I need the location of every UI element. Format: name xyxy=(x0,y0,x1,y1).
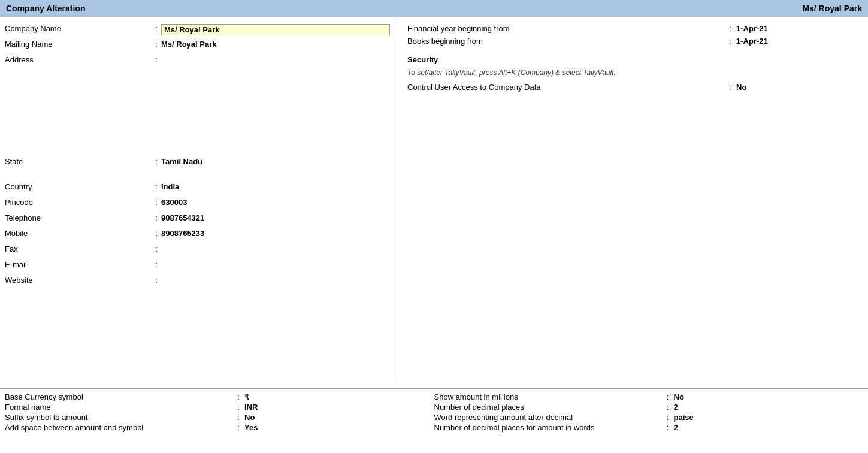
security-section: Security To set/alter TallyVault, press … xyxy=(407,55,856,92)
mobile-label: Mobile xyxy=(5,229,152,238)
country-value: India xyxy=(161,182,390,191)
header-right-title: Ms/ Royal Park xyxy=(802,4,862,13)
website-row: Website : xyxy=(5,276,390,289)
footer-decimal-places-label: Number of decimal places xyxy=(434,403,662,412)
footer-decimal-places-words-row: Number of decimal places for amount in w… xyxy=(434,423,864,432)
security-title: Security xyxy=(407,55,856,64)
pincode-value: 630003 xyxy=(161,198,390,207)
main-content: Company Name : Ms/ Royal Park Mailing Na… xyxy=(0,17,868,388)
footer-suffix-symbol-value: No xyxy=(244,413,255,422)
footer-formal-name-label: Formal name xyxy=(5,403,232,412)
footer-suffix-symbol-label: Suffix symbol to amount xyxy=(5,413,232,422)
financial-year-value: 1-Apr-21 xyxy=(736,24,856,33)
footer-bar: Base Currency symbol : ₹ Formal name : I… xyxy=(0,388,868,437)
company-name-label: Company Name xyxy=(5,24,152,33)
state-value: Tamil Nadu xyxy=(161,157,390,166)
mailing-name-label: Mailing Name xyxy=(5,40,152,49)
mobile-row: Mobile : 8908765233 xyxy=(5,229,390,242)
header-bar: Company Alteration Ms/ Royal Park xyxy=(0,0,868,17)
footer-currency-symbol-value: ₹ xyxy=(244,392,249,401)
footer-content: Base Currency symbol : ₹ Formal name : I… xyxy=(5,392,863,433)
control-user-access-label: Control User Access to Company Data xyxy=(407,83,724,92)
footer-word-representing-value: paise xyxy=(674,413,694,422)
footer-left: Base Currency symbol : ₹ Formal name : I… xyxy=(5,392,434,433)
telephone-row: Telephone : 9087654321 xyxy=(5,213,390,226)
footer-currency-symbol-label: Base Currency symbol xyxy=(5,392,232,401)
address-colon: : xyxy=(152,55,161,64)
mobile-colon: : xyxy=(152,229,161,238)
address-row: Address : xyxy=(5,55,390,68)
footer-currency-symbol-row: Base Currency symbol : ₹ xyxy=(5,392,434,401)
email-label: E-mail xyxy=(5,260,152,269)
fax-colon: : xyxy=(152,244,161,253)
footer-show-millions-value: No xyxy=(674,392,684,401)
address-label: Address xyxy=(5,55,152,64)
footer-word-representing-label: Word representing amount after decimal xyxy=(434,413,662,422)
company-name-colon: : xyxy=(152,24,161,33)
control-user-access-value: No xyxy=(736,83,856,92)
company-name-value[interactable]: Ms/ Royal Park xyxy=(161,24,390,35)
financial-year-label: Financial year beginning from xyxy=(407,24,724,33)
footer-add-space-label: Add space between amount and symbol xyxy=(5,423,232,432)
fax-label: Fax xyxy=(5,244,152,253)
right-panel: Financial year beginning from : 1-Apr-21… xyxy=(395,22,868,383)
security-note: To set/alter TallyVault, press Alt+K (Co… xyxy=(407,68,856,78)
footer-decimal-places-words-label: Number of decimal places for amount in w… xyxy=(434,423,662,432)
telephone-label: Telephone xyxy=(5,213,152,222)
left-panel: Company Name : Ms/ Royal Park Mailing Na… xyxy=(0,22,395,383)
footer-show-millions-row: Show amount in millions : No xyxy=(434,392,864,401)
pincode-label: Pincode xyxy=(5,198,152,207)
books-beginning-row: Books beginning from : 1-Apr-21 xyxy=(407,37,856,46)
financial-year-colon: : xyxy=(724,24,736,33)
pincode-row: Pincode : 630003 xyxy=(5,198,390,211)
footer-formal-name-value: INR xyxy=(244,403,258,412)
pincode-colon: : xyxy=(152,198,161,207)
email-row: E-mail : xyxy=(5,260,390,273)
books-beginning-colon: : xyxy=(724,37,736,46)
footer-add-space-row: Add space between amount and symbol : Ye… xyxy=(5,423,434,432)
mailing-name-row: Mailing Name : Ms/ Royal Park xyxy=(5,40,390,53)
footer-word-representing-row: Word representing amount after decimal :… xyxy=(434,413,864,422)
control-user-access-row: Control User Access to Company Data : No xyxy=(407,83,856,92)
books-beginning-label: Books beginning from xyxy=(407,37,724,46)
state-label: State xyxy=(5,157,152,166)
email-colon: : xyxy=(152,260,161,269)
telephone-value: 9087654321 xyxy=(161,213,390,222)
header-left-title: Company Alteration xyxy=(6,4,86,13)
footer-add-space-value: Yes xyxy=(244,423,258,432)
state-row: State : Tamil Nadu xyxy=(5,157,390,170)
books-beginning-value: 1-Apr-21 xyxy=(736,37,856,46)
footer-decimal-places-value: 2 xyxy=(674,403,678,412)
website-label: Website xyxy=(5,276,152,285)
control-user-access-colon: : xyxy=(724,83,736,92)
country-label: Country xyxy=(5,182,152,191)
financial-year-row: Financial year beginning from : 1-Apr-21 xyxy=(407,24,856,33)
footer-decimal-places-words-value: 2 xyxy=(674,423,678,432)
mailing-name-value: Ms/ Royal Park xyxy=(161,40,390,49)
country-colon: : xyxy=(152,182,161,191)
mailing-name-colon: : xyxy=(152,40,161,49)
mobile-value: 8908765233 xyxy=(161,229,390,238)
fax-row: Fax : xyxy=(5,244,390,258)
footer-show-millions-label: Show amount in millions xyxy=(434,392,662,401)
footer-decimal-places-row: Number of decimal places : 2 xyxy=(434,403,864,412)
country-row: Country : India xyxy=(5,182,390,195)
footer-formal-name-row: Formal name : INR xyxy=(5,403,434,412)
telephone-colon: : xyxy=(152,213,161,222)
state-colon: : xyxy=(152,157,161,166)
footer-right: Show amount in millions : No Number of d… xyxy=(434,392,864,433)
company-name-row: Company Name : Ms/ Royal Park xyxy=(5,24,390,37)
footer-suffix-symbol-row: Suffix symbol to amount : No xyxy=(5,413,434,422)
website-colon: : xyxy=(152,276,161,285)
